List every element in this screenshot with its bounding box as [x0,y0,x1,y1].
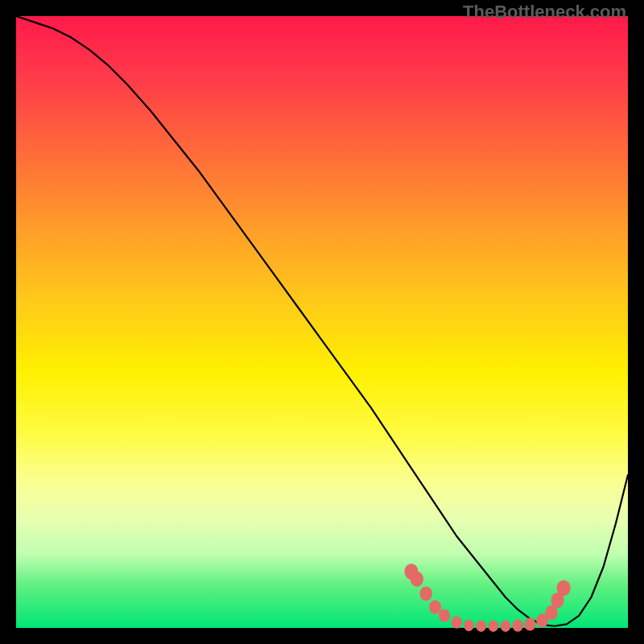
curve-marker [429,601,441,614]
curve-marker [452,616,462,628]
bottleneck-curve [16,16,628,626]
chart-svg [16,16,628,628]
curve-marker [464,620,474,632]
chart-container: TheBottleneck.com [0,0,644,644]
curve-marker [476,620,486,632]
curve-marker [557,580,571,597]
plot-area [16,16,628,628]
curve-marker [513,619,523,631]
watermark-text: TheBottleneck.com [463,2,626,23]
curve-marker [419,586,432,601]
curve-marker [524,617,535,630]
curve-marker [439,609,450,622]
curve-marker [501,620,511,632]
curve-marker [411,572,423,587]
curve-marker [489,620,499,632]
